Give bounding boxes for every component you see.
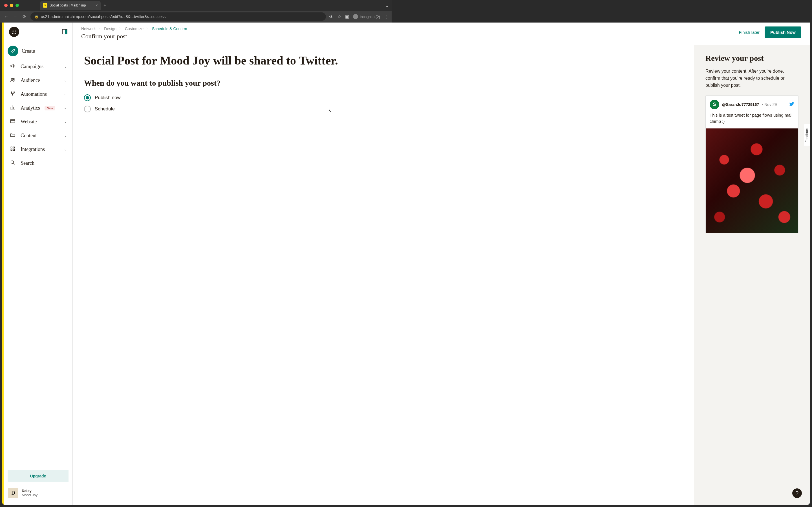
new-tab-button[interactable]: + [103,3,107,8]
tabs-dropdown-icon[interactable]: ⌄ [385,3,389,8]
svg-point-1 [12,31,13,32]
page-subtitle: Confirm your post [81,33,392,40]
window-controls [4,4,19,7]
nav-label: Campaigns [20,64,43,69]
pencil-icon [8,46,18,56]
breadcrumb-design[interactable]: Design [104,26,116,31]
radio-publish-now[interactable]: Publish now [84,94,392,101]
sidebar-item-search[interactable]: Search [6,156,70,170]
incognito-badge[interactable]: Incognito (2) [353,14,380,19]
minimize-window-icon[interactable] [10,4,13,7]
svg-point-13 [11,161,13,163]
new-badge: New [45,106,55,110]
svg-rect-11 [11,149,12,151]
close-window-icon[interactable] [4,4,8,7]
svg-point-2 [15,31,16,32]
page-header: Network 〉 Design 〉 Customize 〉 Schedule … [73,22,392,45]
breadcrumb-customize[interactable]: Customize [125,26,144,31]
tab-title: Social posts | Mailchimp [50,3,93,7]
browser-tab[interactable]: ✉ Social posts | Mailchimp × [40,1,101,10]
page-title: Social Post for Mood Joy will be shared … [84,54,392,67]
incognito-icon [353,14,358,19]
svg-rect-10 [13,147,15,148]
flow-icon [9,91,16,98]
collapse-sidebar-icon[interactable] [62,29,67,34]
mailchimp-logo[interactable] [9,26,19,37]
svg-point-3 [11,78,13,79]
sidebar-item-website[interactable]: Website ⌄ [6,115,70,129]
nav-label: Automations [20,91,47,97]
back-button[interactable]: ← [3,14,9,19]
chevron-down-icon: ⌄ [64,92,67,96]
breadcrumb: Network 〉 Design 〉 Customize 〉 Schedule … [81,26,392,31]
url-text: us21.admin.mailchimp.com/social-posts/ed… [41,14,165,19]
svg-rect-12 [13,149,15,151]
eye-off-icon[interactable]: 👁 [329,14,334,19]
svg-rect-8 [11,119,15,123]
megaphone-icon [9,63,16,70]
radio-label: Publish now [95,95,121,101]
sidebar-item-audience[interactable]: Audience ⌄ [6,73,70,87]
primary-nav: Create Campaigns ⌄ Audience ⌄ [4,42,72,244]
address-bar[interactable]: 🔒 us21.admin.mailchimp.com/social-posts/… [31,12,326,21]
nav-label: Content [20,133,37,138]
favicon-icon: ✉ [43,3,47,8]
sidebar: Create Campaigns ⌄ Audience ⌄ [4,22,73,244]
main-content: Network 〉 Design 〉 Customize 〉 Schedule … [73,22,392,244]
nav-label: Audience [20,77,40,83]
chevron-down-icon: ⌄ [64,106,67,110]
radio-schedule[interactable]: Schedule [84,106,392,112]
radio-icon [84,106,91,112]
nav-label: Analytics [20,105,40,111]
chevron-down-icon: ⌄ [64,133,67,138]
lock-icon: 🔒 [35,15,39,18]
svg-point-5 [11,92,11,93]
reload-button[interactable]: ⟳ [21,14,27,19]
sidebar-item-campaigns[interactable]: Campaigns ⌄ [6,60,70,73]
svg-point-7 [12,94,13,95]
nav-label: Integrations [20,147,45,152]
create-label: Create [22,48,35,54]
sidebar-item-automations[interactable]: Automations ⌄ [6,87,70,101]
chevron-down-icon: ⌄ [64,78,67,82]
chevron-down-icon: ⌄ [64,64,67,69]
bar-chart-icon [9,105,16,112]
content-left: Social Post for Mood Joy will be shared … [73,45,392,244]
content-row: Social Post for Mood Joy will be shared … [73,45,392,244]
folder-icon [9,132,16,139]
svg-rect-9 [11,147,12,148]
grid-icon [9,146,16,153]
forward-button[interactable]: → [12,14,18,19]
radio-icon [84,94,91,101]
browser-chrome: ✉ Social posts | Mailchimp × + ⌄ ← → ⟳ 🔒… [0,0,392,22]
search-icon [9,160,16,167]
radio-label: Schedule [95,106,115,112]
kebab-menu-icon[interactable]: ⋮ [384,14,388,19]
browser-toolbar-icons: 👁 ☆ ▣ Incognito (2) ⋮ [329,14,388,19]
app-window: Create Campaigns ⌄ Audience ⌄ [2,22,392,244]
breadcrumb-schedule-confirm[interactable]: Schedule & Confirm [152,26,187,31]
sidebar-item-integrations[interactable]: Integrations ⌄ [6,143,70,156]
star-icon[interactable]: ☆ [338,14,341,19]
maximize-window-icon[interactable] [15,4,19,7]
chevron-right-icon: 〉 [146,27,149,31]
incognito-label: Incognito (2) [360,15,380,19]
tab-bar: ✉ Social posts | Mailchimp × + ⌄ [0,0,392,11]
chevron-down-icon: ⌄ [64,147,67,152]
sidebar-item-content[interactable]: Content ⌄ [6,129,70,143]
address-bar-row: ← → ⟳ 🔒 us21.admin.mailchimp.com/social-… [0,11,392,22]
svg-point-0 [9,27,19,37]
people-icon [9,77,16,84]
tab-close-icon[interactable]: × [96,3,98,8]
chevron-down-icon: ⌄ [64,120,67,124]
create-button[interactable]: Create [6,42,70,60]
breadcrumb-network[interactable]: Network [81,26,96,31]
extension-icon[interactable]: ▣ [345,14,349,19]
browser-icon [9,118,16,125]
svg-point-6 [13,92,14,93]
svg-point-4 [13,78,14,79]
chevron-right-icon: 〉 [98,27,101,31]
nav-label: Website [20,119,37,125]
sidebar-item-analytics[interactable]: Analytics New ⌄ [6,101,70,115]
section-title: When do you want to publish your post? [84,78,392,88]
